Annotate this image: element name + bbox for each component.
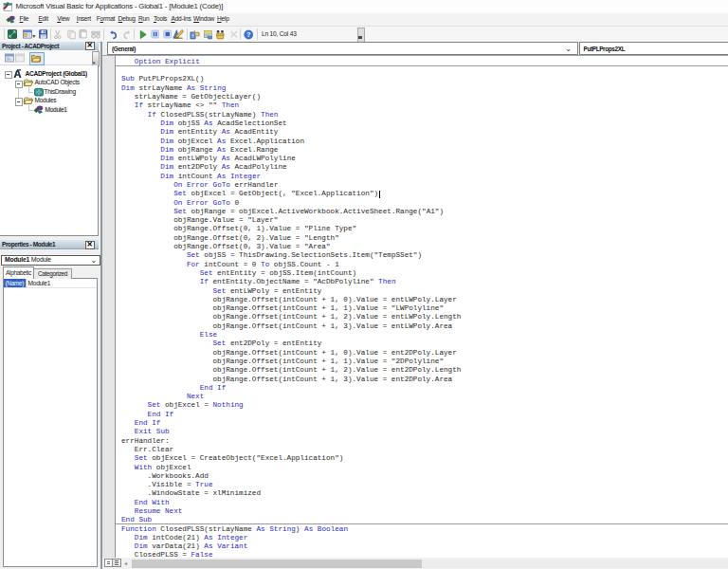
svg-text:?: ?	[246, 30, 250, 39]
